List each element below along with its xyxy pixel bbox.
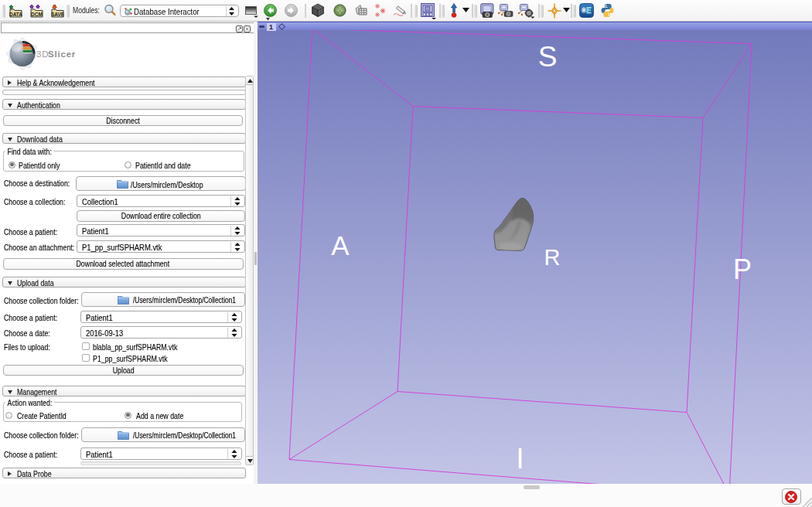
svg-text:R: R (544, 245, 561, 270)
svg-text:Slicer: Slicer (48, 49, 76, 59)
svg-text:DATA: DATA (9, 12, 22, 17)
svg-text:I: I (516, 442, 524, 474)
svg-text:SAVE: SAVE (51, 12, 64, 17)
svg-text:P: P (733, 253, 752, 284)
svg-text:3D: 3D (36, 49, 49, 59)
svg-text:S: S (538, 41, 558, 73)
svg-text:DCM: DCM (31, 12, 43, 17)
svg-text:A: A (331, 230, 350, 260)
